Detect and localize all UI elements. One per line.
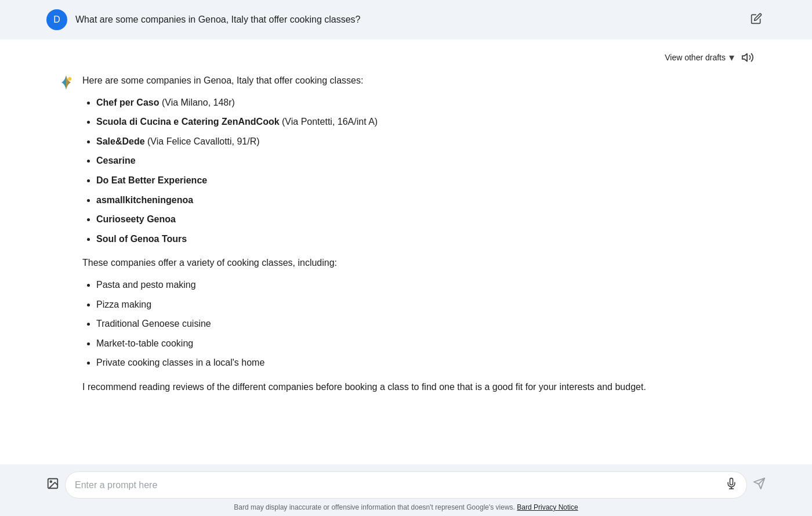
company-address: (Via Pontetti, 16A/int A): [280, 117, 378, 127]
response-area: View other drafts ▾: [0, 39, 812, 464]
page-wrapper: D What are some companies in Genoa, Ital…: [0, 0, 812, 516]
response-body: Here are some companies in Genoa, Italy …: [82, 73, 754, 399]
microphone-icon: [726, 478, 737, 489]
company-name: Do Eat Better Experience: [96, 175, 207, 185]
list-item: Chef per Caso (Via Milano, 148r): [96, 95, 754, 110]
image-icon: [46, 477, 59, 490]
send-button[interactable]: [753, 477, 766, 493]
list-item: Soul of Genoa Tours: [96, 232, 754, 247]
response-header: View other drafts ▾: [58, 51, 754, 64]
list-item: Private cooking classes in a local's hom…: [96, 355, 754, 370]
send-icon: [753, 477, 766, 490]
input-area: Bard may display inaccurate or offensive…: [0, 464, 812, 516]
list-item: Market-to-table cooking: [96, 336, 754, 351]
prompt-input[interactable]: [75, 480, 721, 490]
svg-point-3: [50, 481, 52, 482]
company-name: Chef per Caso: [96, 98, 159, 107]
view-other-drafts-button[interactable]: View other drafts ▾: [665, 51, 734, 64]
sound-button[interactable]: [741, 51, 754, 64]
user-avatar: D: [46, 9, 67, 30]
view-drafts-label: View other drafts: [665, 53, 726, 62]
company-name: Curioseety Genoa: [96, 214, 176, 224]
response-mid-text: These companies offer a variety of cooki…: [82, 255, 754, 270]
pencil-icon: [751, 13, 762, 24]
company-name: Cesarine: [96, 156, 136, 165]
company-name: Scuola di Cucina e Catering ZenAndCook: [96, 117, 280, 127]
list-item: Curioseety Genoa: [96, 212, 754, 227]
company-name: Soul of Genoa Tours: [96, 234, 187, 244]
svg-point-1: [68, 77, 71, 81]
response-footer-text: I recommend reading reviews of the diffe…: [82, 380, 754, 395]
disclaimer-text: Bard may display inaccurate or offensive…: [234, 503, 515, 511]
classes-list: Pasta and pesto makingPizza makingTradit…: [96, 277, 754, 370]
companies-list: Chef per Caso (Via Milano, 148r)Scuola d…: [96, 95, 754, 247]
disclaimer: Bard may display inaccurate or offensive…: [234, 503, 578, 511]
sound-icon: [741, 51, 754, 64]
input-row: [46, 471, 766, 499]
company-name: Sale&Dede: [96, 136, 145, 146]
gemini-icon: [58, 74, 74, 93]
list-item: Traditional Genoese cuisine: [96, 316, 754, 331]
list-item: Sale&Dede (Via Felice Cavallotti, 91/R): [96, 134, 754, 149]
gemini-star-icon: [58, 74, 74, 91]
response-content: Here are some companies in Genoa, Italy …: [58, 73, 754, 399]
chevron-down-icon: ▾: [729, 51, 734, 64]
prompt-input-wrapper: [65, 471, 747, 499]
company-address: (Via Felice Cavallotti, 91/R): [145, 136, 260, 146]
list-item: Pizza making: [96, 297, 754, 312]
list-item: asmallkitcheningenoa: [96, 193, 754, 208]
edit-question-button[interactable]: [747, 9, 766, 30]
list-item: Pasta and pesto making: [96, 277, 754, 293]
privacy-notice-link[interactable]: Bard Privacy Notice: [517, 503, 578, 511]
list-item: Scuola di Cucina e Catering ZenAndCook (…: [96, 114, 754, 129]
list-item: Cesarine: [96, 153, 754, 168]
list-item: Do Eat Better Experience: [96, 173, 754, 188]
company-name: asmallkitcheningenoa: [96, 195, 193, 205]
image-upload-button[interactable]: [46, 477, 59, 493]
user-question-text: What are some companies in Genoa, Italy …: [75, 9, 739, 27]
response-intro: Here are some companies in Genoa, Italy …: [82, 73, 754, 88]
microphone-button[interactable]: [726, 478, 737, 492]
user-question-row: D What are some companies in Genoa, Ital…: [0, 0, 812, 39]
company-address: (Via Milano, 148r): [159, 98, 234, 107]
svg-marker-0: [742, 54, 747, 62]
